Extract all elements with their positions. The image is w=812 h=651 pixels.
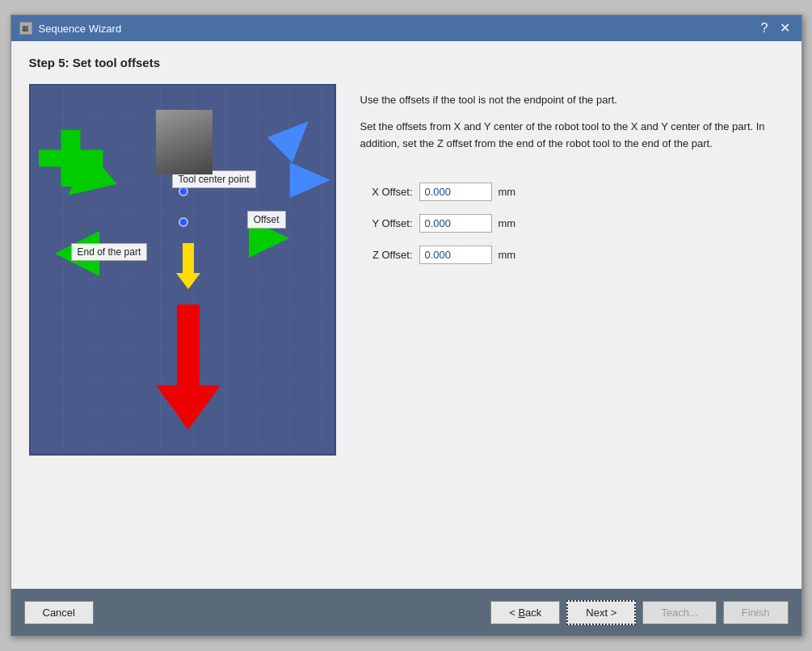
yellow-arrowhead [176,273,200,289]
step-title: Step 5: Set tool offsets [29,56,784,69]
title-bar-controls: ? ✕ [758,22,793,35]
x-offset-row: X Offset: mm [360,183,784,201]
content-area: Step 5: Set tool offsets [11,41,801,589]
footer: Cancel < Back Next > Teach... Finish [11,589,801,636]
finish-button[interactable]: Finish [723,601,789,624]
blue-arrow-right [290,162,330,198]
red-arrowhead [156,385,221,430]
description-line1: Use the offsets if the tool is not the e… [360,92,784,109]
back-button[interactable]: < Back [490,601,560,624]
y-offset-input[interactable] [419,214,492,233]
diagram-area: Tool center point Offset End of the part [29,84,336,456]
teach-button[interactable]: Teach... [642,601,717,624]
blue-arrow-top-right [267,109,320,162]
y-offset-label: Y Offset: [360,217,413,229]
window-title: Sequence Wizard [39,23,122,35]
x-unit: mm [499,186,516,198]
yellow-shaft [183,243,194,275]
main-body: Tool center point Offset End of the part… [29,84,784,574]
z-offset-label: Z Offset: [360,249,413,261]
label-offset: Offset [247,211,286,229]
title-bar: ▦ Sequence Wizard ? ✕ [11,15,801,41]
title-bar-left: ▦ Sequence Wizard [19,22,122,35]
cancel-button[interactable]: Cancel [24,601,94,624]
description-line2: Set the offsets from X and Y center of t… [360,119,784,153]
z-unit: mm [499,249,516,261]
close-button[interactable]: ✕ [776,22,793,35]
blue-dot-eop [179,217,188,227]
help-button[interactable]: ? [758,22,772,35]
z-offset-input[interactable] [419,246,492,264]
description: Use the offsets if the tool is not the e… [360,92,784,162]
sequence-wizard-window: ▦ Sequence Wizard ? ✕ Step 5: Set tool o… [11,15,802,636]
red-shaft [177,304,200,385]
y-offset-row: Y Offset: mm [360,214,784,233]
tool-body [156,110,212,174]
label-end-of-part: End of the part [71,243,148,261]
wizard-icon: ▦ [19,22,32,35]
red-arrow [156,304,221,430]
x-offset-label: X Offset: [360,186,413,198]
offset-form: X Offset: mm Y Offset: mm Z Offset: [360,183,784,264]
y-unit: mm [499,217,516,229]
x-offset-input[interactable] [419,183,492,201]
next-button[interactable]: Next > [566,600,636,625]
right-panel: Use the offsets if the tool is not the e… [360,84,784,264]
z-offset-row: Z Offset: mm [360,246,784,264]
back-label: B [518,607,525,619]
